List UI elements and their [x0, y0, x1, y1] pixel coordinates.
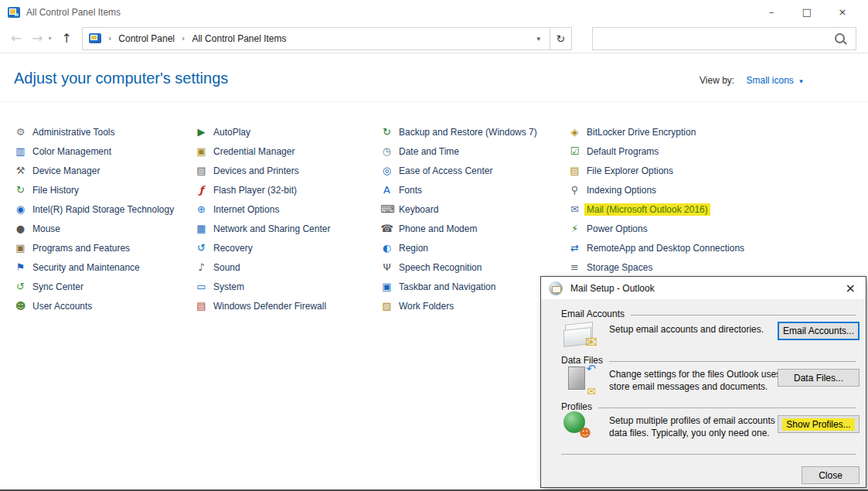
cp-item-label: Sound — [213, 262, 240, 273]
cp-item-mail-microsoft-outlook-2016[interactable]: ✉Mail (Microsoft Outlook 2016) — [568, 199, 750, 219]
view-by-value[interactable]: Small icons — [746, 75, 793, 86]
forward-icon[interactable]: → — [32, 32, 43, 45]
data-files-button[interactable]: Data Files... — [778, 369, 859, 387]
dialog-close-button[interactable]: Close — [802, 466, 859, 484]
cp-item-label: Network and Sharing Center — [213, 223, 330, 234]
close-button[interactable]: × — [825, 0, 860, 24]
cp-item-storage-spaces[interactable]: ≡Storage Spaces — [568, 257, 750, 277]
backup-restore-icon: ↻ — [380, 127, 393, 137]
cp-item-speech-recognition[interactable]: ΨSpeech Recognition — [380, 257, 562, 277]
flash-player-icon: ƒ — [195, 185, 208, 195]
group-label: Email Accounts — [561, 309, 625, 319]
cp-column: ▶AutoPlay▣Credential Manager▤Devices and… — [195, 122, 376, 315]
profiles-group-header: Profiles — [561, 401, 856, 412]
breadcrumb-item-control-panel[interactable]: Control Panel — [118, 33, 175, 44]
cp-item-work-folders[interactable]: ▨Work Folders — [380, 296, 562, 315]
cp-item-date-and-time[interactable]: ◷Date and Time — [380, 142, 562, 161]
cp-item-label: Keyboard — [399, 204, 438, 215]
profiles-description: Setup multiple profiles of email account… — [609, 414, 793, 439]
refresh-icon[interactable]: ↻ — [550, 28, 571, 49]
cp-item-color-management[interactable]: ▥Color Management — [14, 142, 196, 161]
back-icon[interactable]: ← — [11, 32, 22, 45]
cp-item-phone-and-modem[interactable]: ☎Phone and Modem — [380, 219, 562, 238]
cp-item-internet-options[interactable]: ⊕Internet Options — [195, 199, 376, 219]
cp-item-system[interactable]: ▭System — [195, 277, 376, 296]
cp-item-power-options[interactable]: ⚡Power Options — [568, 219, 750, 238]
chevron-down-icon[interactable]: ▾ — [536, 35, 543, 43]
mail-setup-icon — [549, 281, 563, 295]
address-bar[interactable]: › Control Panel › All Control Panel Item… — [82, 27, 572, 50]
cp-item-device-manager[interactable]: ⚒Device Manager — [14, 161, 196, 180]
cp-item-label: Power Options — [587, 223, 648, 234]
cp-item-region[interactable]: ◐Region — [380, 238, 562, 257]
cp-item-intel-r-rapid-storage-technology[interactable]: ◉Intel(R) Rapid Storage Technology — [14, 199, 196, 219]
cp-item-autoplay[interactable]: ▶AutoPlay — [195, 122, 376, 142]
email-accounts-description: Setup email accounts and directories. — [609, 323, 764, 336]
cp-item-label: Indexing Options — [587, 185, 656, 196]
maximize-button[interactable]: □ — [789, 0, 825, 24]
email-accounts-group-header: Email Accounts — [561, 309, 856, 319]
cp-item-administrative-tools[interactable]: ⚙Administrative Tools — [14, 122, 196, 142]
window-controls: – □ × — [754, 0, 860, 24]
network-sharing-icon: ▦ — [195, 223, 208, 234]
cp-item-windows-defender-firewall[interactable]: ▤Windows Defender Firewall — [195, 296, 376, 315]
up-icon[interactable]: ↑ — [62, 32, 72, 45]
cp-item-label: Internet Options — [213, 204, 279, 215]
cp-item-devices-and-printers[interactable]: ▤Devices and Printers — [195, 161, 376, 180]
undo-arrow-icon: ↶ — [586, 362, 596, 376]
dialog-titlebar: Mail Setup - Outlook × — [541, 277, 866, 299]
cp-item-file-explorer-options[interactable]: ▤File Explorer Options — [568, 161, 750, 180]
cp-item-label: Storage Spaces — [587, 262, 652, 273]
cp-item-default-programs[interactable]: ☑Default Programs — [568, 142, 750, 161]
cp-item-user-accounts[interactable]: ☻User Accounts — [14, 296, 196, 315]
search-input[interactable] — [593, 33, 835, 44]
cp-item-remoteapp-and-desktop-connections[interactable]: ⇄RemoteApp and Desktop Connections — [568, 238, 750, 257]
cp-item-label: Windows Defender Firewall — [213, 301, 326, 312]
cp-item-bitlocker-drive-encryption[interactable]: ◈BitLocker Drive Encryption — [568, 122, 750, 142]
cp-item-ease-of-access-center[interactable]: ◎Ease of Access Center — [380, 161, 562, 180]
window-title: All Control Panel Items — [26, 7, 121, 18]
cp-item-backup-and-restore-windows-7[interactable]: ↻Backup and Restore (Windows 7) — [380, 122, 562, 142]
cp-item-recovery[interactable]: ↺Recovery — [195, 238, 376, 257]
cp-item-label: Fonts — [399, 185, 422, 196]
cp-item-label: Administrative Tools — [32, 127, 115, 138]
cp-item-indexing-options[interactable]: ⚲Indexing Options — [568, 180, 750, 199]
cp-item-label: Region — [399, 243, 428, 254]
chevron-down-icon[interactable]: ▾ — [799, 77, 803, 85]
cp-item-label: Speech Recognition — [399, 262, 482, 273]
cp-item-taskbar-and-navigation[interactable]: ▣Taskbar and Navigation — [380, 277, 562, 296]
cp-item-sync-center[interactable]: ↺Sync Center — [14, 277, 196, 296]
search-icon[interactable] — [835, 33, 845, 43]
envelope-icon: ✉ — [587, 385, 596, 397]
breadcrumb[interactable]: › Control Panel › All Control Panel Item… — [83, 28, 550, 49]
cp-item-label: File Explorer Options — [587, 165, 673, 176]
show-profiles-button[interactable]: Show Profiles... — [778, 415, 859, 433]
control-panel-icon — [89, 33, 101, 43]
cp-item-security-and-maintenance[interactable]: ⚑Security and Maintenance — [14, 257, 196, 277]
cp-item-flash-player-32-bit[interactable]: ƒFlash Player (32-bit) — [195, 180, 376, 199]
cp-item-sound[interactable]: ♪Sound — [195, 257, 376, 277]
breadcrumb-item-all-control-panel-items[interactable]: All Control Panel Items — [192, 33, 286, 44]
cp-item-mouse[interactable]: ●Mouse — [14, 219, 196, 238]
cp-item-credential-manager[interactable]: ▣Credential Manager — [195, 142, 376, 161]
cp-item-programs-and-features[interactable]: ▣Programs and Features — [14, 238, 196, 257]
history-dropdown-icon[interactable]: ▾ — [49, 36, 52, 42]
cp-item-label: Color Management — [32, 146, 111, 157]
date-time-icon: ◷ — [380, 146, 393, 156]
cp-item-file-history[interactable]: ↻File History — [14, 180, 196, 199]
phone-modem-icon: ☎ — [380, 223, 393, 234]
envelope-icon: ✉ — [585, 335, 597, 349]
ease-of-access-icon: ◎ — [380, 165, 393, 176]
dialog-close-icon[interactable]: × — [846, 281, 856, 295]
device-manager-icon: ⚒ — [14, 165, 27, 176]
cp-item-label: RemoteApp and Desktop Connections — [587, 243, 744, 254]
cp-item-keyboard[interactable]: ⌨Keyboard — [380, 199, 562, 219]
admin-tools-icon: ⚙ — [14, 127, 27, 137]
email-accounts-button[interactable]: Email Accounts... — [778, 322, 859, 340]
minimize-button[interactable]: – — [754, 0, 789, 24]
cp-item-label: Default Programs — [587, 146, 659, 157]
cp-item-fonts[interactable]: AFonts — [380, 180, 562, 199]
security-maintenance-icon: ⚑ — [14, 262, 27, 272]
cp-item-network-and-sharing-center[interactable]: ▦Network and Sharing Center — [195, 219, 376, 238]
search-box[interactable] — [592, 27, 856, 50]
